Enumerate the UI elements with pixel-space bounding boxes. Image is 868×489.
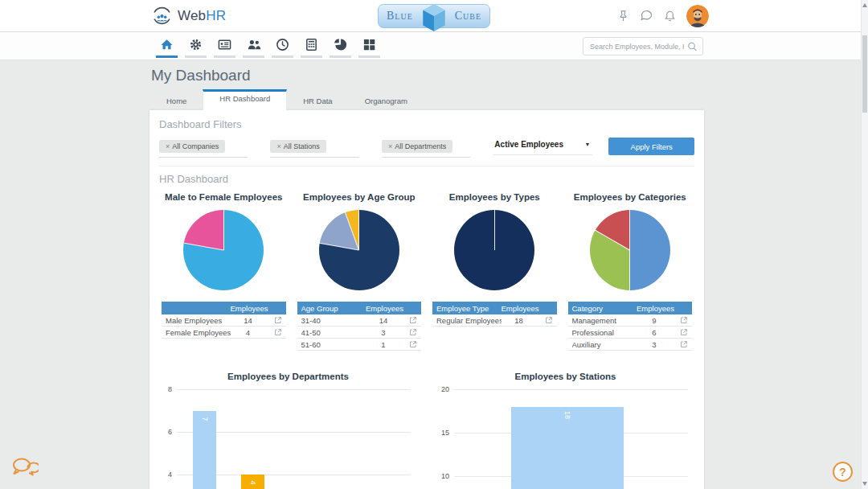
open-record-icon[interactable] <box>401 340 417 348</box>
pin-icon[interactable] <box>617 10 629 23</box>
avatar-photo <box>686 5 709 27</box>
tab-hr-dashboard[interactable]: HR Dashboard <box>203 89 287 110</box>
pie-slice-divider <box>494 210 495 250</box>
row-label: Female Employees <box>166 328 231 337</box>
row-label: Auxiliary <box>572 340 637 349</box>
pie-column-age: Employees by Age Group Age GroupEmployee… <box>295 192 424 351</box>
y-axis-tick-label: 20 <box>436 385 449 393</box>
stations-bar-chart: 20151018 <box>436 389 694 489</box>
gear-icon <box>189 38 203 51</box>
pie-slice-divider <box>184 243 223 251</box>
pie-column-types: Employees by Types Employee TypeEmployee… <box>430 192 559 351</box>
column-header: Employees <box>231 304 266 313</box>
search-icon[interactable] <box>687 41 698 52</box>
column-header: Employees <box>366 304 401 313</box>
open-record-icon[interactable] <box>672 340 688 348</box>
clock-icon <box>276 38 289 51</box>
pie-slice-divider <box>358 210 359 250</box>
open-record-icon[interactable] <box>401 316 417 324</box>
employee-types-table: Employee TypeEmployeesRegular Employees1… <box>432 302 557 327</box>
chart-title: Employees by Types <box>449 192 540 202</box>
tab-organogram[interactable]: Organogram <box>349 89 424 110</box>
table-header-row: Employee TypeEmployees <box>432 302 557 314</box>
row-label: Male Employees <box>166 316 231 325</box>
reports-module-button[interactable] <box>330 32 351 58</box>
filters-section-title: Dashboard Filters <box>159 118 694 130</box>
live-chat-button[interactable] <box>11 457 39 483</box>
user-avatar[interactable] <box>686 5 709 27</box>
open-record-icon[interactable] <box>401 328 417 336</box>
gender-table: EmployeesMale Employees14Female Employee… <box>162 302 286 339</box>
age-group-pie-chart[interactable] <box>319 210 399 290</box>
bar-segment[interactable]: 7 <box>193 411 216 489</box>
row-value: 3 <box>366 328 401 337</box>
departments-bar-chart: 864743 <box>159 389 417 489</box>
scroll-down-arrow-icon[interactable] <box>862 482 867 486</box>
chart-title: Employees by Categories <box>574 192 686 202</box>
employee-status-select[interactable]: Active Employees ▼ <box>493 138 592 155</box>
scrollbar-thumb[interactable] <box>862 35 867 113</box>
row-value: 9 <box>637 316 672 325</box>
row-value: 1 <box>366 340 401 349</box>
filter-row: ×All Companies ×All Stations ×All Depart… <box>159 138 694 158</box>
bar-value-label: 4 <box>249 480 257 484</box>
companies-filter-field[interactable]: ×All Companies <box>159 138 248 158</box>
apps-module-button[interactable] <box>358 32 380 58</box>
webhr-logo[interactable]: WebHR <box>151 5 226 27</box>
row-value: 4 <box>231 328 266 337</box>
categories-pie-chart[interactable] <box>590 210 670 290</box>
settings-module-button[interactable] <box>185 32 207 58</box>
open-record-icon[interactable] <box>266 328 282 336</box>
open-record-icon[interactable] <box>672 328 688 336</box>
remove-icon[interactable]: × <box>388 142 392 150</box>
open-record-icon[interactable] <box>537 316 553 324</box>
dashboard-tabs: Home HR Dashboard HR Data Organogram <box>150 89 868 110</box>
bar-segment[interactable]: 18 <box>511 407 624 489</box>
scroll-up-arrow-icon[interactable] <box>862 3 867 7</box>
remove-icon[interactable]: × <box>166 142 170 150</box>
bar-segment[interactable]: 4 <box>241 475 264 489</box>
home-icon <box>160 38 174 51</box>
calculator-icon <box>305 38 318 51</box>
employee-card-module-button[interactable] <box>214 32 235 58</box>
y-axis-tick-label: 15 <box>436 429 449 437</box>
webhr-people-circle-icon <box>151 5 173 27</box>
stations-filter-field[interactable]: ×All Stations <box>270 138 358 158</box>
time-module-button[interactable] <box>272 32 293 58</box>
row-label: Regular Employees <box>436 316 502 325</box>
bluecube-word-cube: Cube <box>455 10 481 23</box>
departments-filter-field[interactable]: ×All Departments <box>382 138 470 158</box>
gender-pie-chart[interactable] <box>183 210 264 290</box>
y-axis-tick-label: 8 <box>159 385 172 393</box>
employee-types-pie-chart[interactable] <box>454 210 534 290</box>
search-input[interactable] <box>583 43 687 51</box>
stations-bar-column: Employees by Stations 20151018 <box>436 372 694 489</box>
table-row: 31-4014 <box>297 314 422 327</box>
payroll-module-button[interactable] <box>301 32 322 58</box>
vertical-scrollbar[interactable] <box>861 0 868 489</box>
home-module-button[interactable] <box>156 32 178 58</box>
bell-icon[interactable] <box>664 10 676 23</box>
remove-icon[interactable]: × <box>276 142 280 150</box>
section-divider <box>159 166 694 166</box>
tab-hr-data[interactable]: HR Data <box>287 89 348 110</box>
stations-filter-chip[interactable]: ×All Stations <box>270 140 326 153</box>
open-record-icon[interactable] <box>266 316 282 324</box>
webhr-wordmark: WebHR <box>178 8 226 24</box>
open-record-icon[interactable] <box>672 316 688 324</box>
row-value: 3 <box>637 340 672 349</box>
main-content: My Dashboard Home HR Dashboard HR Data O… <box>0 67 868 489</box>
departments-filter-chip[interactable]: ×All Departments <box>382 140 452 153</box>
column-header: Age Group <box>301 304 366 313</box>
users-icon <box>247 38 261 51</box>
dashboard-panel: Dashboard Filters ×All Companies ×All St… <box>149 110 704 489</box>
apply-filters-button[interactable]: Apply Filters <box>608 138 694 155</box>
chat-icon[interactable] <box>640 10 653 23</box>
column-header: Employees <box>502 304 537 313</box>
employees-module-button[interactable] <box>243 32 264 58</box>
companies-filter-chip[interactable]: ×All Companies <box>159 140 225 153</box>
tab-home[interactable]: Home <box>150 89 203 110</box>
header-action-icons <box>617 0 709 32</box>
table-row: Male Employees14 <box>162 314 286 327</box>
help-button[interactable]: ? <box>833 462 853 482</box>
